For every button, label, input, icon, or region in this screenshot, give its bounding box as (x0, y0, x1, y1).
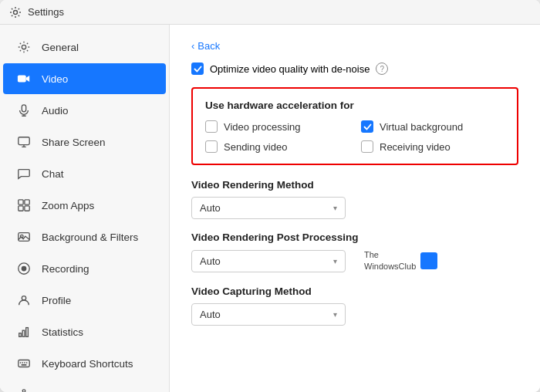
hw-option-virtual-background: Virtual background (361, 120, 505, 133)
info-icon[interactable]: ? (376, 63, 388, 75)
sidebar-label-zoom-apps: Zoom Apps (42, 200, 94, 211)
svg-point-1 (22, 45, 25, 49)
video-capturing-method-dropdown[interactable]: Auto ▾ (191, 303, 346, 326)
video-capturing-method-title: Video Capturing Method (191, 286, 518, 297)
sending-video-label: Sending video (224, 141, 287, 153)
main-content: General Video (0, 25, 540, 392)
sidebar-item-recording[interactable]: Recording (3, 253, 166, 284)
receiving-video-label: Receiving video (380, 141, 451, 153)
sidebar-item-keyboard-shortcuts[interactable]: Keyboard Shortcuts (3, 348, 166, 379)
video-rendering-post-dropdown[interactable]: Auto ▾ (191, 250, 346, 272)
svg-rect-6 (25, 200, 29, 204)
recording-icon (15, 260, 32, 277)
accessibility-icon (15, 387, 32, 392)
sidebar-label-video: Video (42, 73, 68, 85)
sidebar-label-keyboard-shortcuts: Keyboard Shortcuts (42, 358, 133, 370)
settings-window: Settings General (0, 0, 540, 392)
titlebar: Settings (0, 0, 540, 25)
watermark-text: TheWindowsClub (364, 249, 416, 273)
sidebar-item-share-screen[interactable]: Share Screen (3, 127, 166, 157)
hw-option-sending-video: Sending video (205, 140, 349, 153)
sidebar-item-statistics[interactable]: Statistics (3, 316, 166, 347)
video-capturing-method-section: Video Capturing Method Auto ▾ (191, 286, 518, 326)
zoom-apps-icon (15, 197, 32, 214)
video-rendering-method-value: Auto (200, 202, 221, 214)
video-rendering-post-section: Video Rendering Post Processing Auto ▾ T… (191, 231, 518, 273)
profile-icon (15, 292, 32, 309)
keyboard-icon (15, 355, 32, 372)
sidebar-item-profile[interactable]: Profile (3, 285, 166, 316)
virtual-background-label: Virtual background (380, 121, 463, 133)
chat-icon (15, 165, 32, 182)
hw-acceleration-box: Use hardware acceleration for Video proc… (191, 87, 518, 165)
back-link[interactable]: ‹ Back (191, 40, 518, 52)
window-title: Settings (28, 6, 64, 18)
sidebar-item-background[interactable]: Background & Filters (3, 221, 166, 252)
svg-rect-8 (25, 206, 29, 211)
hw-box-title: Use hardware acceleration for (205, 100, 505, 111)
svg-rect-15 (22, 330, 25, 336)
sending-video-checkbox[interactable] (205, 140, 218, 153)
receiving-video-checkbox[interactable] (361, 140, 373, 153)
sidebar-item-general[interactable]: General (3, 32, 166, 63)
statistics-icon (15, 323, 32, 340)
svg-rect-17 (19, 360, 29, 367)
content-area: ‹ Back Optimize video quality with de-no… (170, 25, 540, 392)
hw-option-video-processing: Video processing (205, 120, 349, 133)
sidebar: General Video (0, 25, 170, 392)
svg-rect-7 (19, 206, 23, 211)
svg-rect-5 (19, 200, 23, 204)
video-capturing-method-row: Auto ▾ (191, 303, 518, 326)
watermark-area: TheWindowsClub (364, 249, 437, 273)
video-rendering-method-row: Auto ▾ (191, 197, 518, 219)
sidebar-label-chat: Chat (42, 168, 64, 180)
optimize-label: Optimize video quality with de-noise (210, 63, 370, 75)
optimize-checkbox[interactable] (191, 63, 204, 75)
hw-options-grid: Video processing Virtual background (205, 120, 505, 153)
audio-icon (15, 102, 32, 119)
dropdown-chevron-icon: ▾ (333, 204, 337, 212)
virtual-background-checkbox[interactable] (361, 120, 373, 133)
sidebar-item-audio[interactable]: Audio (3, 95, 166, 126)
svg-rect-2 (18, 76, 26, 83)
sidebar-item-chat[interactable]: Chat (3, 158, 166, 189)
general-icon (15, 39, 32, 56)
settings-icon (9, 6, 22, 19)
video-rendering-method-title: Video Rendering Method (191, 179, 518, 191)
svg-rect-9 (19, 233, 29, 242)
share-screen-icon (15, 133, 32, 150)
svg-rect-4 (19, 137, 29, 145)
optimize-row: Optimize video quality with de-noise ? (191, 63, 518, 75)
svg-rect-3 (22, 105, 25, 112)
sidebar-label-recording: Recording (42, 263, 89, 275)
back-label: Back (197, 40, 220, 52)
background-icon (15, 228, 32, 245)
svg-rect-16 (26, 328, 29, 337)
svg-rect-14 (19, 333, 22, 337)
sidebar-item-zoom-apps[interactable]: Zoom Apps (3, 190, 166, 221)
video-processing-checkbox[interactable] (205, 120, 218, 133)
dropdown-capturing-chevron-icon: ▾ (333, 310, 337, 319)
sidebar-item-video[interactable]: Video (3, 63, 166, 94)
sidebar-label-accessibility: Accessibility (42, 390, 99, 393)
video-rendering-post-row: Auto ▾ TheWindowsClub (191, 249, 518, 273)
dropdown-post-chevron-icon: ▾ (333, 257, 337, 265)
video-rendering-method-dropdown[interactable]: Auto ▾ (191, 197, 346, 219)
video-processing-label: Video processing (224, 121, 301, 133)
video-rendering-post-title: Video Rendering Post Processing (191, 231, 518, 243)
video-rendering-post-value: Auto (200, 255, 221, 267)
hw-option-receiving-video: Receiving video (361, 140, 505, 153)
video-capturing-method-value: Auto (200, 309, 221, 320)
sidebar-label-background: Background & Filters (42, 231, 138, 243)
sidebar-label-general: General (42, 42, 79, 53)
svg-point-12 (22, 266, 25, 270)
back-chevron-icon: ‹ (191, 40, 194, 52)
sidebar-label-statistics: Statistics (42, 326, 83, 338)
sidebar-label-audio: Audio (42, 105, 69, 117)
windowsclub-icon (420, 252, 437, 269)
sidebar-item-accessibility[interactable]: Accessibility (3, 380, 166, 392)
video-icon (15, 70, 32, 87)
video-rendering-method-section: Video Rendering Method Auto ▾ (191, 179, 518, 219)
svg-point-13 (22, 296, 25, 300)
svg-point-0 (14, 10, 18, 14)
